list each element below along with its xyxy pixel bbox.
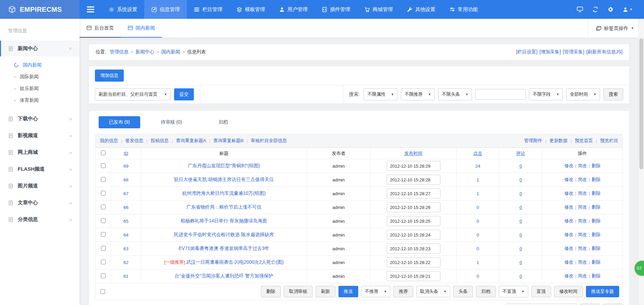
row-delete-link[interactable]: 删除 [592,191,601,196]
target-column-select[interactable]: 选择要移动/复制的目标栏目 ▼ [506,304,577,305]
sidebar-group-article-center[interactable]: 文章中心 » [0,195,79,211]
scrollbar-thumb[interactable] [639,38,643,169]
batch-change-time-button[interactable]: 修改时间 [554,286,583,297]
nav-item-user-management[interactable]: 用户管理 [272,0,315,19]
row-delete-link[interactable]: 删除 [592,218,601,223]
row-checkbox[interactable] [101,260,106,264]
sign-info-link[interactable]: 签发信息 [125,138,144,144]
sidebar-item-entertainment-news[interactable]: › 娱乐新闻 [0,83,79,94]
row-clicks-link[interactable]: 0 [477,274,479,279]
headline-filter-select[interactable]: 不限头条 ▼ [438,88,472,100]
recommend-filter-select[interactable]: 不限推荐 ▼ [401,88,435,100]
sidebar-group-download-center[interactable]: 下载中心 » [0,111,79,127]
row-edit-link[interactable]: 修改 [564,232,573,237]
dup-title-a-link[interactable]: 查询重复标题A [176,138,206,144]
row-clicks-link[interactable]: 24 [475,164,480,169]
row-edit-link[interactable]: 修改 [564,218,573,223]
row-comments-link[interactable]: 0 [520,246,522,251]
row-comments-link[interactable]: 0 [520,274,522,279]
row-checkbox[interactable] [101,177,106,182]
row-title-link[interactable]: 武汉一日两遭暴雨袭击 闪电2000次2人死亡(图) [186,259,283,265]
row-delete-link[interactable]: 删除 [592,246,601,251]
row-id-link[interactable]: 69 [123,164,128,169]
account-menu[interactable]: ▼ [623,7,633,12]
row-time-input[interactable] [387,188,440,199]
batch-refresh-button[interactable]: 刷新 [316,286,335,297]
batch-headline-button[interactable]: 头条 [453,286,473,297]
row-time-input[interactable] [387,175,440,185]
row-quickedit-link[interactable]: 简改 [578,205,587,210]
row-comments-link[interactable]: 0 [520,232,522,237]
add-collect-link[interactable]: [增加采集] [539,49,561,55]
row-time-input[interactable] [387,161,440,171]
sidebar-item-domestic-news[interactable]: 国内新闻 [0,59,79,71]
batch-recommend-button[interactable]: 推荐 [393,286,413,297]
row-id-link[interactable]: 65 [123,219,128,224]
nav-item-template-management[interactable]: 模板管理 [229,0,272,19]
row-quickedit-link[interactable]: 简改 [578,232,587,237]
add-info-button[interactable]: 增加信息 [95,70,124,82]
row-clicks-link[interactable]: 0 [477,232,479,237]
row-edit-link[interactable]: 修改 [564,260,573,265]
row-clicks-link[interactable]: 1 [477,260,479,265]
row-title-link[interactable]: 民进党今开临时党代会检讨败选 陈水扁选择缺席 [174,232,274,237]
row-clicks-link[interactable]: 1 [477,191,479,196]
row-time-input[interactable] [387,271,440,281]
status-tab-pending[interactable]: 待审核 (0) [151,116,192,128]
row-edit-link[interactable]: 修改 [564,273,573,278]
row-checkbox[interactable] [101,273,106,278]
row-comments-link[interactable]: 0 [520,219,522,224]
row-clicks-link[interactable]: 0 [477,205,479,210]
breadcrumb-link[interactable]: 管理信息 [110,49,128,55]
row-checkbox[interactable] [101,191,106,195]
row-comments-link[interactable]: 0 [520,260,522,265]
batch-cancel-headline-select[interactable]: 取消头条 ▼ [416,286,450,297]
row-checkbox[interactable] [101,163,106,168]
row-time-input[interactable] [387,230,440,240]
app-logo[interactable]: EMPIRECMS [0,0,79,19]
dup-title-b-link[interactable]: 查询重复标题B [213,138,244,144]
row-time-input[interactable] [387,244,440,254]
attr-filter-select[interactable]: 不限属性 ▼ [364,88,397,100]
row-checkbox[interactable] [101,218,106,223]
row-title-link[interactable]: 杭州湾跨海大桥日均车流量逾10万(组图) [182,190,266,196]
row-clicks-link[interactable]: 1 [477,177,479,182]
row-title-link[interactable]: 广东丹霞山发现巨型"青铜剑"(组图) [188,163,260,168]
status-tab-archived[interactable]: 归档 [203,116,244,128]
sidebar-group-flash-channel[interactable]: FLASH频道 » [0,161,79,177]
batch-delete-button[interactable]: 删除 [261,286,281,297]
hamburger-menu-icon[interactable] [79,0,102,19]
row-clicks-link[interactable]: 0 [477,219,479,224]
nav-item-shop-management[interactable]: 商城管理 [357,0,400,19]
row-title-link[interactable]: EV71病毒袭粤港澳 香港发病率高于过去3年 [179,246,269,251]
row-quickedit-link[interactable]: 简改 [578,191,587,196]
settings-gear-icon[interactable] [607,6,613,12]
row-quickedit-link[interactable]: 简改 [578,163,587,168]
row-id-link[interactable]: 61 [123,274,128,279]
batch-push-topic-button[interactable]: 推送至专题 [586,286,620,297]
tab-backend-home[interactable]: 后台首页 [79,19,121,38]
header-comments-sort[interactable]: 评论 [516,151,525,156]
monitor-icon[interactable] [577,6,583,12]
row-quickedit-link[interactable]: 简改 [578,177,587,182]
row-id-link[interactable]: 66 [123,205,128,210]
row-title-link[interactable]: 台"金援外交"丑闻涉案人遭到恐吓 警方加强保护 [175,273,273,278]
nav-item-column-management[interactable]: 栏目管理 [187,0,229,19]
row-delete-link[interactable]: 删除 [592,177,601,182]
row-edit-link[interactable]: 修改 [564,191,573,196]
batch-unrecommend-select[interactable]: 不推荐 ▼ [361,286,390,297]
row-quickedit-link[interactable]: 简改 [578,218,587,223]
row-delete-link[interactable]: 删除 [592,205,601,210]
tab-domestic-news[interactable]: 国内新闻 [121,19,162,38]
row-time-input[interactable] [387,202,440,212]
row-quickedit-link[interactable]: 简改 [578,260,587,265]
row-clicks-link[interactable]: 0 [477,246,479,251]
row-id-link[interactable]: 67 [123,191,128,196]
manage-attachments-link[interactable]: 管理附件 [524,138,542,144]
row-edit-link[interactable]: 修改 [564,177,573,182]
batch-select-all-checkbox[interactable] [100,289,105,294]
column-settings-link[interactable]: [栏目设置] [516,49,538,55]
preview-column-link[interactable]: 预览栏目 [600,138,618,144]
batch-archive-button[interactable]: 归档 [476,286,496,297]
row-id-link[interactable]: 68 [123,177,128,182]
